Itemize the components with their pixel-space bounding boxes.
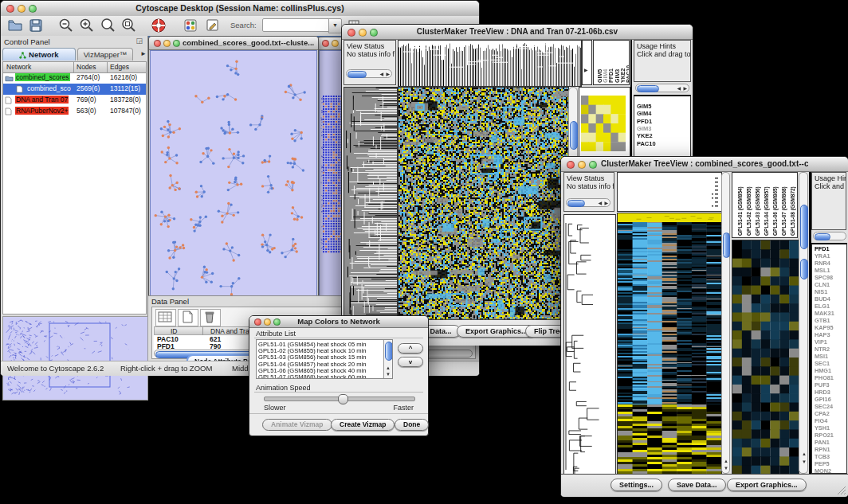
gene-list-item[interactable]: GIM4 bbox=[637, 110, 651, 117]
gene-list-item[interactable]: PAN1 bbox=[815, 439, 830, 446]
animate-vizmap-button[interactable]: Animate Vizmap bbox=[262, 419, 332, 431]
attribute-list-scrollbar[interactable]: ▲ ▼ bbox=[383, 340, 392, 378]
zoom-heatmap-matrix[interactable] bbox=[581, 96, 626, 151]
usage-hints-scrollbar[interactable] bbox=[813, 232, 846, 240]
gene-list-item[interactable]: SEC1 bbox=[815, 360, 830, 367]
column-dendrogram[interactable] bbox=[617, 172, 722, 212]
column-header[interactable]: Network bbox=[6, 63, 31, 71]
scroll-left-icon[interactable]: ◀ bbox=[379, 72, 383, 76]
gene-list-item[interactable]: BUD4 bbox=[815, 295, 830, 303]
close-icon[interactable] bbox=[254, 318, 261, 326]
gene-list-item[interactable]: YRA1 bbox=[815, 252, 830, 260]
gene-list-item[interactable]: GIM3 bbox=[637, 125, 651, 132]
gene-list-item[interactable]: PHO81 bbox=[815, 374, 834, 381]
expand-right-icon[interactable]: ▶ bbox=[584, 68, 588, 72]
gene-list-item[interactable]: PEP5 bbox=[815, 460, 830, 467]
gene-list-item[interactable]: MON2 bbox=[815, 467, 831, 474]
scroll-right-icon[interactable]: ▶ bbox=[604, 201, 608, 205]
gene-list-item[interactable]: PAC10 bbox=[637, 140, 656, 147]
scroll-up-icon[interactable]: ▲ bbox=[802, 451, 807, 456]
gene-list-item[interactable]: HMG1 bbox=[815, 367, 831, 374]
help-ring-icon[interactable] bbox=[151, 18, 167, 33]
slider-thumb[interactable] bbox=[338, 394, 348, 404]
close-icon[interactable] bbox=[347, 29, 355, 37]
move-up-button[interactable]: ^ bbox=[398, 343, 423, 354]
move-down-button[interactable]: v bbox=[398, 357, 423, 367]
heatmap[interactable] bbox=[617, 213, 722, 475]
minimize-icon[interactable] bbox=[578, 161, 586, 169]
export-graphics-button[interactable]: Export Graphics... bbox=[457, 325, 536, 338]
minimize-icon[interactable] bbox=[18, 5, 26, 13]
usage-hints-scrollbar[interactable]: ◀ ▶ bbox=[635, 84, 689, 92]
delete-attribute-icon[interactable] bbox=[200, 309, 221, 326]
network-name[interactable]: RNAPuberNov2+ bbox=[15, 107, 69, 115]
heatmap[interactable] bbox=[398, 87, 569, 321]
gene-list-item[interactable]: CPA2 bbox=[815, 410, 830, 417]
save-data-button[interactable]: Save Data... bbox=[668, 479, 726, 491]
vizmapper-icon[interactable] bbox=[183, 18, 198, 33]
zoom-selected-icon[interactable] bbox=[100, 18, 116, 33]
gene-list-item[interactable]: TCB3 bbox=[815, 453, 830, 460]
minimize-icon[interactable] bbox=[332, 40, 339, 47]
gene-list-item[interactable]: NIS1 bbox=[815, 288, 827, 295]
gene-list-item[interactable]: FIG4 bbox=[815, 417, 827, 424]
tab-network[interactable]: Network bbox=[2, 48, 76, 61]
select-attributes-icon[interactable] bbox=[155, 309, 176, 326]
scroll-down-icon[interactable]: ▼ bbox=[724, 466, 728, 471]
float-panel-icon[interactable]: ◲ bbox=[135, 37, 143, 45]
gene-list-item[interactable]: VIP1 bbox=[815, 338, 827, 346]
column-header[interactable]: ID bbox=[171, 327, 178, 335]
minimize-icon[interactable] bbox=[264, 318, 271, 326]
gene-list-item[interactable]: MSL1 bbox=[815, 267, 830, 274]
gene-list-item[interactable]: YKE2 bbox=[637, 132, 653, 139]
network-overview[interactable] bbox=[2, 316, 148, 400]
resize-grip-icon[interactable] bbox=[837, 486, 846, 495]
gene-list-item[interactable]: HRD3 bbox=[815, 389, 830, 396]
table-row[interactable]: RNAPuberNov2+563(0)107847(0) bbox=[3, 106, 146, 117]
settings-button[interactable]: Settings... bbox=[610, 479, 662, 491]
view-status-scrollbar[interactable]: ◀ ▶ bbox=[566, 198, 610, 207]
search-dropdown-icon[interactable]: ▼ bbox=[328, 18, 342, 33]
gene-list-item[interactable]: PFD1 bbox=[637, 118, 652, 125]
gene-list-item[interactable]: SPC98 bbox=[815, 274, 833, 281]
gene-list-item[interactable]: RPN1 bbox=[815, 446, 830, 453]
gene-list-item[interactable]: CLN1 bbox=[815, 281, 830, 288]
column-header[interactable]: Edges bbox=[110, 63, 129, 71]
zoom-window-icon[interactable] bbox=[273, 318, 281, 326]
scroll-right-icon[interactable]: ▶ bbox=[386, 72, 390, 76]
scroll-right-icon[interactable]: ▶ bbox=[683, 86, 687, 91]
gene-list-item[interactable]: GTB1 bbox=[815, 317, 830, 324]
scroll-down-icon[interactable]: ▼ bbox=[386, 372, 391, 377]
gene-list-item[interactable]: HAP3 bbox=[815, 331, 830, 338]
close-icon[interactable] bbox=[154, 40, 161, 47]
tab-overflow-icon[interactable]: ► bbox=[140, 50, 147, 57]
zoom-window-icon[interactable] bbox=[589, 161, 597, 169]
annotation-icon[interactable] bbox=[205, 18, 221, 33]
table-row[interactable]: combined_sco2569(6)13112(15) bbox=[3, 84, 146, 95]
zoom-window-icon[interactable] bbox=[29, 5, 37, 13]
minimize-icon[interactable] bbox=[163, 40, 171, 47]
column-header[interactable]: Nodes bbox=[77, 63, 96, 71]
view-status-scrollbar[interactable]: ◀ ▶ bbox=[346, 69, 392, 78]
row-dendrogram[interactable] bbox=[563, 214, 616, 475]
column-dendrogram[interactable] bbox=[398, 40, 582, 87]
attribute-list-item[interactable]: GPL51-07 (GSM868) heat shock 60 min bbox=[258, 373, 367, 379]
main-titlebar[interactable]: Cytoscape Desktop (Session Name: collins… bbox=[1, 1, 479, 17]
save-icon[interactable] bbox=[28, 18, 44, 33]
gene-list-item[interactable]: PUF3 bbox=[815, 381, 830, 389]
scroll-left-icon[interactable]: ◀ bbox=[677, 86, 681, 91]
gene-list-item[interactable]: GPI16 bbox=[815, 396, 831, 403]
zoom-vscrollbar[interactable]: ▲ ▼ bbox=[799, 172, 808, 474]
close-icon[interactable] bbox=[567, 161, 575, 169]
table-row[interactable]: combined_scores2764(0)16218(0) bbox=[3, 72, 146, 84]
zoom-window-icon[interactable] bbox=[370, 29, 378, 37]
animation-speed-slider[interactable] bbox=[264, 397, 415, 401]
minimize-icon[interactable] bbox=[359, 29, 367, 37]
gene-list-item[interactable]: MAK31 bbox=[815, 310, 834, 317]
gene-list-item[interactable]: RNR4 bbox=[815, 260, 830, 267]
heatmap-vscrollbar[interactable]: ▲ ▼ bbox=[721, 172, 730, 474]
gene-list-item[interactable]: PFD1 bbox=[815, 245, 830, 252]
open-folder-icon[interactable] bbox=[7, 18, 23, 33]
scroll-up-icon[interactable]: ▲ bbox=[386, 365, 391, 370]
zoom-out-icon[interactable] bbox=[58, 18, 74, 33]
